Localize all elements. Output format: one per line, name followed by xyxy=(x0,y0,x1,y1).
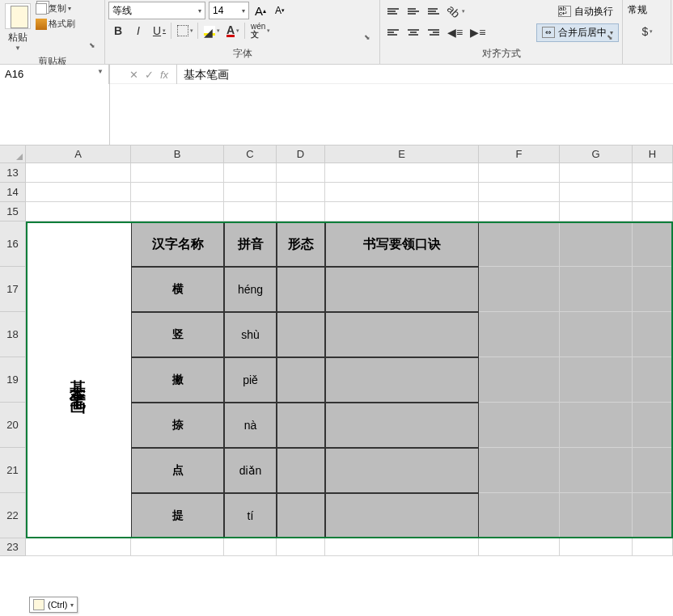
row-header[interactable]: 15 xyxy=(0,202,26,222)
fill-color-button[interactable]: ◢▾ xyxy=(201,21,222,40)
column-header[interactable]: G xyxy=(560,146,633,163)
spreadsheet-grid[interactable]: ABCDEFGH 1314151617181920212223 基本笔画汉字名称… xyxy=(0,146,673,616)
cell[interactable]: piě xyxy=(224,357,277,403)
cancel-icon[interactable]: ✕ xyxy=(129,69,138,81)
row-header[interactable]: 19 xyxy=(0,357,26,403)
cell[interactable] xyxy=(224,183,277,202)
column-headers[interactable]: ABCDEFGH xyxy=(26,146,673,163)
cell[interactable] xyxy=(325,202,479,222)
cell[interactable] xyxy=(131,183,224,202)
row-header[interactable]: 22 xyxy=(0,493,26,538)
paste-options-button[interactable]: (Ctrl) ▾ xyxy=(29,597,78,613)
cell[interactable] xyxy=(131,163,224,183)
cell[interactable] xyxy=(479,357,560,403)
cell[interactable] xyxy=(560,493,633,538)
row-header[interactable]: 17 xyxy=(0,267,26,312)
row-header[interactable]: 23 xyxy=(0,538,26,556)
cell[interactable] xyxy=(633,163,673,183)
cell[interactable]: nà xyxy=(224,403,277,448)
italic-button[interactable]: I xyxy=(129,21,148,40)
row-header[interactable]: 21 xyxy=(0,448,26,493)
cell[interactable] xyxy=(277,202,325,222)
format-painter-button[interactable]: 格式刷 xyxy=(34,17,77,31)
align-middle-button[interactable] xyxy=(404,2,423,21)
dialog-launcher-icon[interactable]: ⬊ xyxy=(607,33,616,43)
cell[interactable] xyxy=(479,163,560,183)
name-box[interactable]: A16 ▼ xyxy=(0,65,109,84)
cell[interactable] xyxy=(560,312,633,357)
cell[interactable] xyxy=(277,403,325,448)
chevron-down-icon[interactable]: ▾ xyxy=(68,5,71,12)
cell[interactable] xyxy=(277,357,325,403)
cell[interactable] xyxy=(560,267,633,312)
cell[interactable]: tí xyxy=(224,493,277,538)
cell[interactable] xyxy=(633,312,673,357)
chevron-down-icon[interactable]: ▾ xyxy=(242,7,245,15)
cell[interactable] xyxy=(633,538,673,556)
cell[interactable] xyxy=(479,403,560,448)
cell[interactable]: 横 xyxy=(131,267,224,312)
cell[interactable] xyxy=(479,312,560,357)
cell[interactable] xyxy=(633,448,673,493)
cell[interactable] xyxy=(325,267,479,312)
row-header[interactable]: 13 xyxy=(0,163,26,183)
align-right-button[interactable] xyxy=(424,23,443,42)
cell[interactable]: 提 xyxy=(131,493,224,538)
cell[interactable] xyxy=(277,183,325,202)
cell[interactable] xyxy=(479,448,560,493)
row-header[interactable]: 16 xyxy=(0,222,26,267)
phonetic-button[interactable]: wén文▾ xyxy=(248,21,272,40)
cell[interactable]: 拼音 xyxy=(224,222,277,267)
column-header[interactable]: C xyxy=(224,146,277,163)
align-top-button[interactable] xyxy=(383,2,403,21)
cell[interactable]: diǎn xyxy=(224,448,277,493)
cell[interactable] xyxy=(479,493,560,538)
cell[interactable] xyxy=(560,448,633,493)
cell[interactable] xyxy=(277,448,325,493)
copy-button[interactable]: 复制 ▾ xyxy=(34,2,77,15)
cell[interactable] xyxy=(633,267,673,312)
fx-icon[interactable]: fx xyxy=(160,69,168,81)
cell[interactable] xyxy=(560,357,633,403)
wrap-text-button[interactable]: abc↵ 自动换行 xyxy=(552,2,619,21)
column-header[interactable]: H xyxy=(633,146,673,163)
cell[interactable] xyxy=(560,403,633,448)
paste-button[interactable]: 粘贴 ▼ xyxy=(3,2,32,53)
cell[interactable] xyxy=(325,357,479,403)
cell[interactable] xyxy=(633,222,673,267)
cell[interactable] xyxy=(560,163,633,183)
cell[interactable] xyxy=(560,538,633,556)
cell[interactable]: 竖 xyxy=(131,312,224,357)
chevron-down-icon[interactable]: ▼ xyxy=(97,68,104,75)
cell[interactable] xyxy=(26,163,131,183)
cell[interactable] xyxy=(277,312,325,357)
row-headers[interactable]: 1314151617181920212223 xyxy=(0,163,26,556)
cell[interactable] xyxy=(224,163,277,183)
decrease-indent-button[interactable]: ◀≡ xyxy=(444,23,466,42)
cell[interactable] xyxy=(26,183,131,202)
align-bottom-button[interactable] xyxy=(424,2,443,21)
underline-button[interactable]: U▾ xyxy=(149,21,168,40)
increase-indent-button[interactable]: ▶≡ xyxy=(467,23,489,42)
chevron-down-icon[interactable]: ▾ xyxy=(163,27,166,34)
cell[interactable]: 点 xyxy=(131,448,224,493)
cell[interactable] xyxy=(479,183,560,202)
cell[interactable] xyxy=(479,202,560,222)
cell[interactable] xyxy=(277,163,325,183)
enter-icon[interactable]: ✓ xyxy=(145,69,154,81)
cell[interactable] xyxy=(325,538,479,556)
dialog-launcher-icon[interactable]: ⬊ xyxy=(364,33,374,43)
cell[interactable] xyxy=(277,538,325,556)
cell[interactable] xyxy=(26,538,131,556)
align-left-button[interactable] xyxy=(383,23,403,42)
increase-font-button[interactable]: A▴ xyxy=(252,2,269,19)
cell[interactable] xyxy=(325,183,479,202)
number-format-select[interactable]: 常规 xyxy=(626,2,667,19)
chevron-down-icon[interactable]: ▼ xyxy=(15,44,21,52)
cell[interactable] xyxy=(560,202,633,222)
cell[interactable] xyxy=(325,163,479,183)
align-center-button[interactable] xyxy=(404,23,423,42)
cell[interactable]: 形态 xyxy=(277,222,325,267)
cell[interactable] xyxy=(26,202,131,222)
cell[interactable] xyxy=(325,448,479,493)
